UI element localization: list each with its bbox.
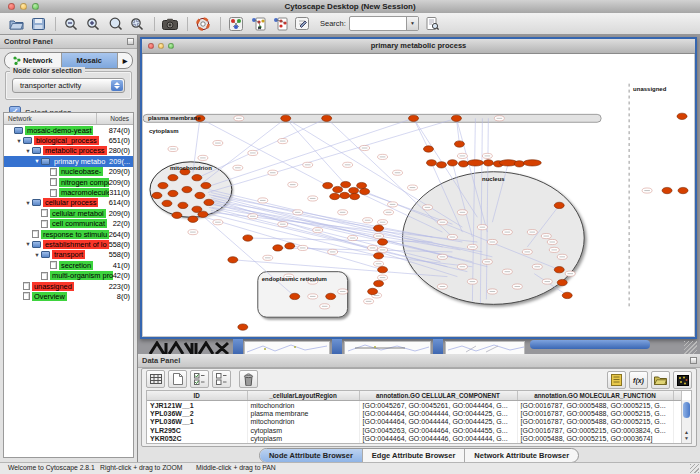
minimize-view-button[interactable] [158, 43, 164, 49]
table-cell[interactable]: [GO:0045267, GO:0045261, GO:0044464, G..… [359, 401, 517, 410]
disclosure-triangle-icon[interactable]: ▼ [33, 158, 41, 164]
table-cell[interactable]: cytoplasm [247, 426, 359, 434]
table-cell[interactable]: YPL036W__2 [147, 409, 247, 417]
disclosure-triangle-icon[interactable]: ▼ [33, 252, 41, 258]
table-cell[interactable]: [GO:0044464, GO:0044444, GO:0044425, G..… [359, 418, 517, 426]
table-cell[interactable]: YLR295C [147, 426, 247, 434]
network-canvas[interactable]: plasma membranecytoplasmmitochondrionnuc… [143, 54, 694, 336]
table-cell[interactable]: [GO:0044464, GO:0044444, GO:0044425, G..… [359, 409, 517, 417]
save-session-button[interactable] [28, 15, 48, 33]
disclosure-triangle-icon[interactable]: ▼ [24, 241, 32, 247]
table-row[interactable]: YLR295Ccytoplasm[GO:0045263, GO:0044464,… [147, 426, 682, 434]
layout-network-icon[interactable] [248, 15, 268, 33]
select-all-attributes-icon[interactable] [190, 370, 209, 388]
table-cell[interactable]: [GO:0005488, GO:0005215, GO:0003674] [517, 435, 673, 443]
delete-attribute-trash-icon[interactable] [239, 370, 258, 388]
table-row[interactable]: YKR052Ccytoplasm[GO:0044464, GO:0044446,… [147, 435, 682, 443]
tree-row[interactable]: multi-organism pro42(0) [4, 270, 133, 280]
open-file-button[interactable] [6, 15, 26, 33]
table-cell[interactable]: cytoplasm [247, 435, 359, 443]
table-cell[interactable]: YJR121W__1 [147, 401, 247, 410]
disclosure-triangle-icon[interactable]: ▼ [15, 138, 23, 144]
function-builder-icon[interactable]: f(x) [629, 371, 648, 389]
table-row[interactable]: YPL036W__1mitochondrion[GO:0044464, GO:0… [147, 418, 682, 426]
float-panel-icon[interactable] [127, 38, 134, 45]
horizontal-scrollbar-thumb[interactable] [530, 340, 650, 349]
snapshot-camera-icon[interactable] [160, 15, 180, 33]
disclosure-triangle-icon[interactable]: ▼ [24, 200, 32, 206]
tree-row[interactable]: response to stimulu264(0) [4, 229, 133, 239]
zoom-selected-icon[interactable] [127, 15, 147, 33]
table-cell[interactable]: [GO:0016787, GO:0005488, GO:0005215, G..… [517, 401, 673, 410]
tab-edge-attribute-browser[interactable]: Edge Attribute Browser [363, 449, 465, 462]
table-cell[interactable]: mitochondrion [247, 418, 359, 426]
table-cell[interactable]: [GO:0044464, GO:0044444, GO:0044425, G..… [359, 443, 517, 444]
zoom-fit-icon[interactable] [105, 15, 125, 33]
tree-row[interactable]: ▼primary metabo209(... [4, 156, 133, 166]
table-cell[interactable]: [GO:0016787, GO:0005488, GO:0005215, G..… [517, 409, 673, 417]
table-cell[interactable]: mitochondrion [247, 443, 359, 444]
tree-column-nodes[interactable]: Nodes [97, 113, 133, 124]
zoom-out-icon[interactable] [61, 15, 81, 33]
network-graph[interactable]: plasma membranecytoplasmmitochondrionnuc… [143, 54, 694, 336]
network-window-titlebar[interactable]: primary metabolic process [142, 39, 695, 54]
copy-network-icon[interactable] [270, 15, 290, 33]
tab-network[interactable]: Network [5, 53, 62, 68]
column-header[interactable]: _cellularLayoutRegion [247, 391, 359, 401]
close-view-button[interactable] [148, 43, 154, 49]
tree-row[interactable]: cellular metabol209(0) [4, 208, 133, 218]
node-color-dropdown[interactable]: transporter activity [12, 78, 125, 93]
tab-node-attribute-browser[interactable]: Node Attribute Browser [260, 449, 363, 462]
tree-row[interactable]: macromolecule311(0) [4, 187, 133, 197]
create-attribute-icon[interactable] [168, 370, 187, 388]
table-cell[interactable]: [GO:0016787, GO:0005215, GO:0003824, G..… [517, 426, 673, 434]
column-header[interactable]: ID [147, 391, 247, 401]
attribute-table-header[interactable]: ID_cellularLayoutRegionannotation.GO CEL… [147, 391, 682, 401]
table-scrollbar-arrows[interactable]: ▲▼ [682, 429, 691, 443]
table-row[interactable]: YJR121W__1mitochondrion[GO:0045267, GO:0… [147, 401, 682, 410]
select-attributes-icon[interactable] [146, 370, 165, 388]
column-header[interactable]: annotation.GO MOLECULAR_FUNCTION [517, 391, 673, 401]
column-header[interactable]: annotation.GO CELLULAR_COMPONENT [359, 391, 517, 401]
tree-row[interactable]: ▼metabolic process280(0) [4, 146, 133, 156]
table-cell[interactable] [673, 443, 682, 444]
table-cell[interactable]: [GO:0044464, GO:0044446, GO:0044444, G..… [359, 435, 517, 443]
table-row[interactable]: YPL036W__2plasma membrane[GO:0044464, GO… [147, 409, 682, 417]
float-panel-icon[interactable] [690, 357, 697, 364]
tree-row[interactable]: nitrogen compo209(0) [4, 177, 133, 187]
minimize-window-button[interactable] [20, 3, 27, 10]
close-window-button[interactable] [8, 3, 15, 10]
search-dropdown-arrow[interactable]: ▼ [406, 17, 418, 30]
unselect-all-attributes-icon[interactable] [212, 370, 231, 388]
annotation-icon[interactable] [292, 15, 312, 33]
tree-row[interactable]: ▼transport558(0) [4, 250, 133, 260]
tree-row[interactable]: nucleobase-209(0) [4, 167, 133, 177]
tree-row[interactable]: ▼biological_process651(0) [4, 135, 133, 145]
table-cell[interactable]: [GO:0016787, GO:0005488, GO:0005215, G..… [517, 443, 673, 444]
tree-row[interactable]: secretion41(0) [4, 260, 133, 270]
tree-row[interactable]: ▼cellular process614(0) [4, 198, 133, 208]
attribute-batch-editor-icon[interactable] [607, 371, 626, 389]
app-resize-grip[interactable] [690, 464, 699, 473]
zoom-in-icon[interactable] [83, 15, 103, 33]
tree-row[interactable]: mosaic-demo-yeast874(0) [4, 125, 133, 135]
window-resize-grip[interactable] [684, 341, 697, 354]
table-scrollbar-thumb[interactable] [683, 402, 690, 418]
help-lifering-icon[interactable] [193, 15, 213, 33]
table-cell[interactable]: mitochondrion [247, 401, 359, 410]
table-row[interactable]: YDR039C__1mitochondrion[GO:0044464, GO:0… [147, 443, 682, 444]
tree-row[interactable]: cell communicat22(0) [4, 219, 133, 229]
tab-mosaic[interactable]: Mosaic [62, 53, 119, 68]
table-cell[interactable]: YPL036W__1 [147, 418, 247, 426]
table-cell[interactable]: [GO:0045263, GO:0044464, GO:0044455, G..… [359, 426, 517, 434]
tree-row[interactable]: ▼establishment of lo558(0) [4, 239, 133, 249]
tab-overflow-arrow[interactable]: ▶ [118, 53, 132, 68]
tab-network-attribute-browser[interactable]: Network Attribute Browser [465, 449, 578, 462]
attribute-matrix-icon[interactable] [673, 371, 692, 389]
zoom-window-button[interactable] [32, 3, 39, 10]
table-scrollbar[interactable]: ▲▼ [681, 400, 691, 443]
tree-row[interactable]: Overview8(0) [4, 291, 133, 301]
table-cell[interactable]: [GO:0016787, GO:0005488, GO:0005215, G..… [517, 418, 673, 426]
tree-row[interactable]: unassigned223(0) [4, 281, 133, 291]
vizmapper-icon[interactable] [226, 15, 246, 33]
